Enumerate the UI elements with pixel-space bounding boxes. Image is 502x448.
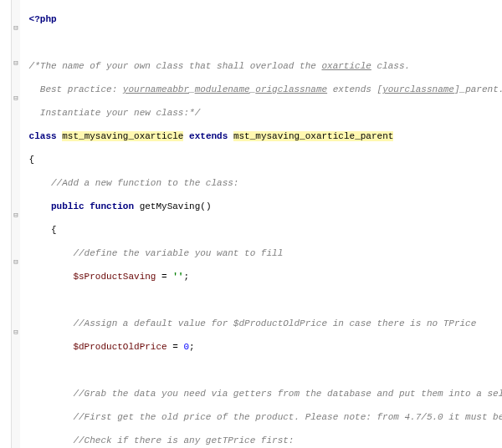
fold-icon[interactable]: ⊟	[13, 212, 19, 219]
code-line: //Add a new function to the class:	[23, 177, 502, 189]
code-line: public function getMySaving()	[23, 201, 502, 212]
fold-icon[interactable]: ⊟	[13, 95, 19, 102]
code-line: //Assign a default value for $dProductOl…	[23, 318, 502, 329]
code-line: //Check if there is any getTPrice first:	[23, 435, 502, 446]
fold-icon[interactable]: ⊟	[13, 329, 19, 336]
code-content[interactable]: <?php /*The name of your own class that …	[20, 0, 502, 448]
code-line: //Grab the data you need via getters fro…	[23, 388, 502, 400]
code-line: Best practice: yournameabbr_modulename_o…	[23, 84, 502, 95]
code-line: class mst_mysaving_oxarticle extends mst…	[23, 130, 502, 142]
fold-icon[interactable]: ⊟	[13, 25, 19, 32]
fold-gutter[interactable]: ⊟ ⊟ ⊟ ⊟ ⊟ ⊟	[12, 0, 20, 448]
code-line: {	[23, 224, 502, 236]
code-line: /*The name of your own class that shall …	[23, 60, 502, 72]
line-number-gutter	[0, 0, 12, 448]
code-line: $dProductOldPrice = 0;	[23, 341, 502, 353]
code-line: {	[23, 154, 502, 165]
fold-icon[interactable]: ⊟	[13, 60, 19, 67]
code-line: <?php	[23, 13, 502, 25]
code-line: Instantiate your new class:*/	[23, 107, 502, 119]
code-line: //define the variable you want to fill	[23, 247, 502, 259]
code-line: $sProductSaving = '';	[23, 271, 502, 283]
code-editor: ⊟ ⊟ ⊟ ⊟ ⊟ ⊟ <?php /*The name of your own…	[0, 0, 502, 448]
code-line: //First get the old price of the product…	[23, 411, 502, 423]
fold-icon[interactable]: ⊟	[13, 259, 19, 266]
